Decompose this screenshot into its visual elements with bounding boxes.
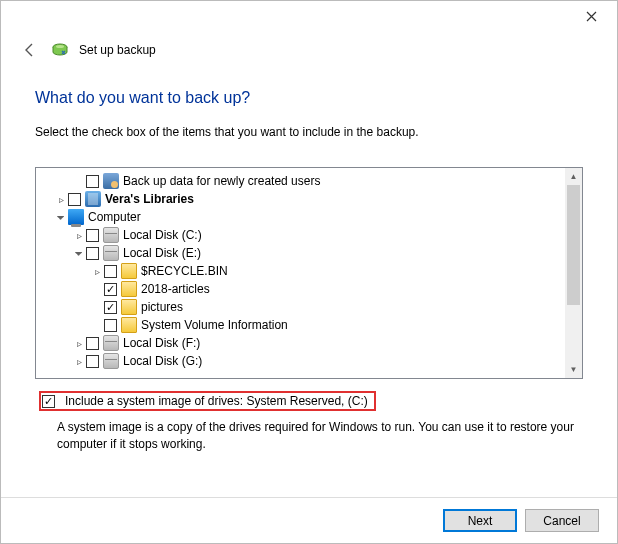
folder-icon <box>121 281 137 297</box>
cancel-button[interactable]: Cancel <box>525 509 599 532</box>
tree-row-recycle-bin[interactable]: ▹ $RECYCLE.BIN <box>36 262 565 280</box>
expander[interactable]: ▹ <box>72 356 86 367</box>
system-image-checkbox[interactable] <box>42 395 55 408</box>
tree-row-2018-articles[interactable]: ▹ 2018-articles <box>36 280 565 298</box>
backup-icon <box>51 41 69 59</box>
tree-row-veras-libraries[interactable]: ▹ Vera's Libraries <box>36 190 565 208</box>
tree-label: System Volume Information <box>141 318 288 332</box>
back-button[interactable] <box>19 39 41 61</box>
checkbox[interactable] <box>86 337 99 350</box>
tree-row-local-disk-g[interactable]: ▹ Local Disk (G:) <box>36 352 565 370</box>
tree-label: pictures <box>141 300 183 314</box>
expander[interactable]: ▹ <box>72 338 86 349</box>
checkbox[interactable] <box>68 193 81 206</box>
tree-row-pictures[interactable]: ▹ pictures <box>36 298 565 316</box>
tree-label: $RECYCLE.BIN <box>141 264 228 278</box>
tree-label: Local Disk (F:) <box>123 336 200 350</box>
checkbox[interactable] <box>86 355 99 368</box>
expander[interactable]: ▹ <box>72 230 86 241</box>
next-button-label: Next <box>468 514 493 528</box>
tree-label: Back up data for newly created users <box>123 174 320 188</box>
scroll-down-button[interactable]: ▼ <box>565 361 582 378</box>
page-heading: What do you want to back up? <box>35 89 583 107</box>
checkbox[interactable] <box>104 301 117 314</box>
tree-label: Computer <box>88 210 141 224</box>
next-button[interactable]: Next <box>443 509 517 532</box>
backup-items-tree: ▹ Back up data for newly created users ▹… <box>35 167 583 379</box>
tree-label: Local Disk (E:) <box>123 246 201 260</box>
drive-icon <box>103 227 119 243</box>
expander[interactable]: ⏷ <box>54 212 68 223</box>
users-icon <box>103 173 119 189</box>
scrollbar-thumb[interactable] <box>567 185 580 305</box>
wizard-title: Set up backup <box>79 43 156 57</box>
folder-icon <box>121 299 137 315</box>
drive-icon <box>103 245 119 261</box>
expander[interactable]: ▹ <box>90 266 104 277</box>
scrollbar[interactable]: ▲ ▼ <box>565 168 582 378</box>
tree-row-newly-created-users[interactable]: ▹ Back up data for newly created users <box>36 172 565 190</box>
computer-icon <box>68 209 84 225</box>
scroll-up-button[interactable]: ▲ <box>565 168 582 185</box>
close-button[interactable] <box>571 3 611 29</box>
checkbox[interactable] <box>104 319 117 332</box>
checkbox[interactable] <box>104 283 117 296</box>
checkbox[interactable] <box>86 247 99 260</box>
expander[interactable]: ▹ <box>54 194 68 205</box>
footer: Next Cancel <box>1 497 617 543</box>
tree-label: 2018-articles <box>141 282 210 296</box>
tree-row-local-disk-e[interactable]: ⏷ Local Disk (E:) <box>36 244 565 262</box>
tree-row-system-volume-info[interactable]: ▹ System Volume Information <box>36 316 565 334</box>
drive-icon <box>103 335 119 351</box>
highlight-box: Include a system image of drives: System… <box>39 391 376 411</box>
tree-row-local-disk-f[interactable]: ▹ Local Disk (F:) <box>36 334 565 352</box>
libraries-icon <box>85 191 101 207</box>
system-image-description: A system image is a copy of the drives r… <box>57 419 577 453</box>
tree-label: Local Disk (C:) <box>123 228 202 242</box>
tree-row-local-disk-c[interactable]: ▹ Local Disk (C:) <box>36 226 565 244</box>
folder-icon <box>121 263 137 279</box>
tree-label: Local Disk (G:) <box>123 354 202 368</box>
checkbox[interactable] <box>86 175 99 188</box>
expander[interactable]: ⏷ <box>72 248 86 259</box>
checkbox[interactable] <box>86 229 99 242</box>
page-instruction: Select the check box of the items that y… <box>35 125 583 139</box>
tree-label: Vera's Libraries <box>105 192 194 206</box>
drive-icon <box>103 353 119 369</box>
system-image-label: Include a system image of drives: System… <box>65 394 368 408</box>
cancel-button-label: Cancel <box>543 514 580 528</box>
tree-row-computer[interactable]: ⏷ Computer <box>36 208 565 226</box>
checkbox[interactable] <box>104 265 117 278</box>
folder-icon <box>121 317 137 333</box>
